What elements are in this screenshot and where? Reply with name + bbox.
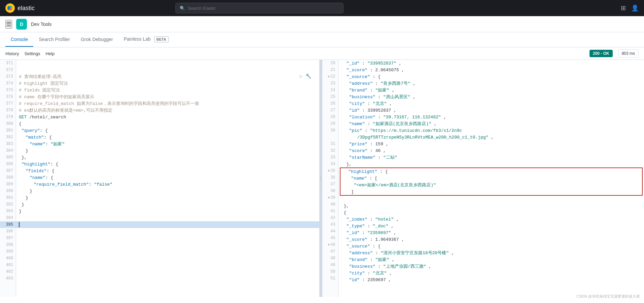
- json-line: "_source" : {: [338, 243, 644, 250]
- json-line-highlight: "highlight" : {: [341, 168, 642, 175]
- run-icon[interactable]: ▷: [300, 73, 302, 79]
- user-icon[interactable]: 👤: [631, 4, 639, 12]
- line-num: 381: [0, 127, 16, 134]
- json-indent: "_type" : "_doc" ,: [341, 224, 394, 229]
- json-indent: "pic" : "https://m.tuniucdn.com/fb3/s1/2…: [341, 128, 462, 133]
- code-line: [16, 241, 319, 248]
- elastic-logo[interactable]: elastic: [5, 3, 35, 13]
- tab-grok-debugger[interactable]: Grok Debugger: [75, 33, 118, 47]
- line-num: 394: [0, 215, 16, 221]
- elastic-logo-text: elastic: [17, 5, 35, 12]
- line-num: 374: [0, 80, 16, 87]
- code-line-current[interactable]: [16, 221, 319, 228]
- svg-point-3: [7, 6, 10, 10]
- json-indent: "_index" : "hotel" ,: [341, 217, 399, 222]
- line-num: 402: [0, 268, 16, 275]
- line-num: ▼39: [322, 194, 338, 201]
- code-line: "name": {: [16, 174, 319, 181]
- json-line: "score" : 46 ,: [338, 147, 644, 154]
- line-num: 403: [0, 275, 16, 282]
- json-line: "pic" : "https://m.tuniucdn.com/fb3/s1/2…: [338, 127, 644, 134]
- code-line: "match": {: [16, 134, 319, 141]
- line-num: 34: [322, 161, 338, 167]
- line-num: 378: [0, 107, 16, 114]
- line-num: 379: [0, 114, 16, 120]
- json-indent: },: [341, 203, 349, 209]
- line-num: 388: [0, 174, 16, 181]
- line-num: 42: [322, 215, 338, 221]
- json-indent: "_source" : {: [341, 74, 381, 79]
- json-line: "_id" : "339952837" ,: [338, 60, 644, 67]
- line-num: 376: [0, 93, 16, 100]
- tab-painless-lab[interactable]: Painless Lab BETA: [118, 32, 174, 47]
- json-indent: "_source" : {: [341, 244, 381, 249]
- json-indent: },: [341, 162, 352, 167]
- json-line: "_index" : "hotel" ,: [338, 216, 644, 223]
- highlight-box: "highlight" : { "name" : [ "<em>如家</em>酒…: [340, 167, 643, 196]
- json-line-highlight: ]: [341, 188, 642, 195]
- code-line: # name 在哪个字段中的如家高亮显示: [16, 93, 319, 100]
- wrench-icon[interactable]: 🔧: [306, 73, 311, 79]
- json-line: "_score" : 2.0645075 ,: [338, 67, 644, 73]
- tab-console[interactable]: Console: [5, 33, 33, 47]
- help-button[interactable]: Help: [45, 51, 55, 56]
- json-indent: "city" : "北京" ,: [341, 270, 392, 276]
- json-content[interactable]: "_id" : "339952837" , "_score" : 2.06450…: [338, 60, 644, 297]
- code-line: [16, 228, 319, 235]
- json-indent: /3Dpgf5RTTzrxpeN5y3RLnRVtxMEA_w200_h200_…: [341, 135, 494, 140]
- line-num: 49: [322, 262, 338, 268]
- line-num: 373: [0, 73, 16, 80]
- line-num: 398: [0, 241, 16, 248]
- line-num: 43: [322, 221, 338, 228]
- json-indent: "business" : "上地产业园/西三旗" ,: [341, 263, 431, 269]
- code-line: [16, 215, 319, 221]
- line-num: 25: [322, 93, 338, 100]
- line-num: 50: [322, 268, 338, 275]
- line-num: 23: [322, 80, 338, 87]
- editor-area: 371 372 373 374 375 376 377 378 379 380 …: [0, 60, 644, 297]
- tab-search-profiler[interactable]: Search Profiler: [33, 33, 75, 47]
- code-line: # require_field_match 如果为false，表示查询时的字段和…: [16, 100, 319, 107]
- json-indent: "starName" : "二钻": [341, 154, 397, 160]
- code-comment: # 查询结果处理-高亮: [19, 74, 62, 80]
- code-method: GET: [19, 115, 27, 120]
- line-num-active: 395: [0, 221, 16, 228]
- json-indent: "_id" : "339952837" ,: [341, 61, 402, 66]
- code-indent: "name": "如家": [19, 141, 65, 147]
- json-indent: "city" : "北京" ,: [341, 101, 392, 107]
- drag-handle[interactable]: ⋮: [319, 60, 322, 297]
- code-indent: "require_field_match": "false": [19, 182, 112, 187]
- line-num: 375: [0, 87, 16, 93]
- json-value: "339952837": [367, 61, 396, 66]
- line-num: 24: [322, 87, 338, 93]
- line-num: 32: [322, 147, 338, 154]
- json-line: "id" : 2359697 ,: [338, 276, 644, 283]
- json-indent: ]: [343, 189, 354, 194]
- line-num: 38: [322, 188, 338, 194]
- code-comment: # name 在哪个字段中的如家高亮显示: [19, 94, 94, 100]
- json-line: },: [338, 161, 644, 167]
- json-line: "address" : "良乡西路7号" ,: [338, 80, 644, 87]
- line-num: 372: [0, 67, 16, 73]
- code-line: }: [16, 188, 319, 194]
- editor-content[interactable]: # 查询结果处理-高亮 ▷ 🔧 # highlight 固定写法 # field…: [16, 60, 319, 297]
- right-line-numbers: 20 21 ▼22 23 24 25 26 27 28 29 30 31 32 …: [322, 60, 338, 297]
- top-nav: elastic 🔍 ⊞ 👤: [0, 0, 644, 16]
- code-indent: "fields": {: [19, 168, 55, 174]
- line-num: 391: [0, 194, 16, 201]
- line-num: ▼22: [322, 73, 338, 80]
- menu-button[interactable]: ☰: [5, 20, 12, 29]
- display-icon[interactable]: ⊞: [621, 4, 626, 12]
- settings-button[interactable]: Settings: [24, 51, 40, 56]
- json-indent: "<em>如家</em>酒店(北京良乡西路店)": [343, 182, 436, 188]
- line-num: 26: [322, 100, 338, 107]
- history-button[interactable]: History: [5, 51, 19, 56]
- json-line: "starName" : "二钻": [338, 154, 644, 161]
- line-num: 399: [0, 248, 16, 255]
- line-num: 371: [0, 60, 16, 67]
- json-indent: "id" : 2359697 ,: [341, 277, 391, 282]
- search-bar[interactable]: 🔍: [175, 3, 344, 13]
- code-comment: # highlight 固定写法: [19, 80, 68, 86]
- search-input[interactable]: [188, 6, 339, 11]
- line-num: 30: [322, 127, 338, 134]
